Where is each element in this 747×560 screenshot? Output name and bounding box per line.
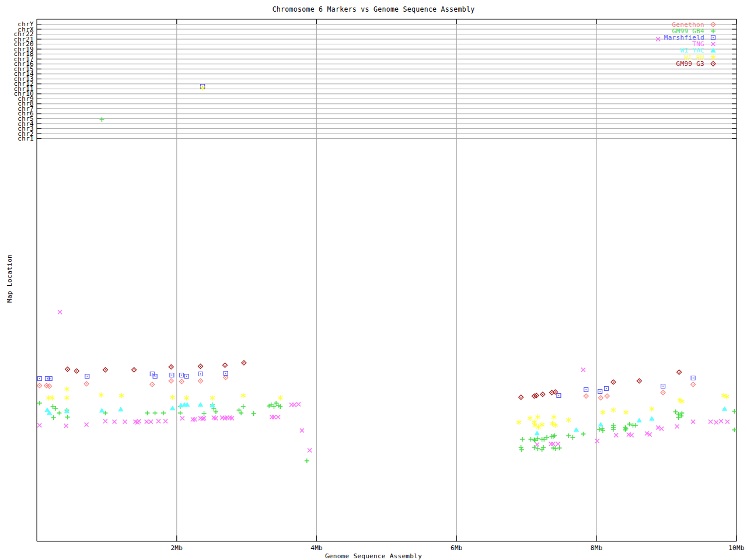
asterisk-marker [650, 407, 654, 412]
asterisk-marker [611, 408, 616, 413]
plus-marker [624, 426, 629, 431]
x-marker [535, 443, 539, 447]
marker-center-dot [613, 382, 614, 383]
plus-marker [178, 411, 183, 415]
asterisk-marker [210, 396, 215, 401]
marker-center-dot [181, 381, 182, 382]
marker-center-dot [225, 365, 226, 366]
marker-center-dot [225, 373, 226, 374]
plus-marker [633, 423, 638, 428]
marker-center-dot [67, 369, 68, 370]
marker-center-dot [585, 389, 587, 390]
marker-center-dot [693, 377, 694, 379]
triangle-marker [198, 402, 203, 407]
marker-center-dot [86, 383, 87, 384]
marker-center-dot [152, 384, 153, 385]
asterisk-marker [566, 418, 571, 423]
triangle-marker [100, 408, 104, 412]
x-tick-label-4Mb: 4Mb [299, 545, 334, 551]
asterisk-marker [119, 393, 124, 398]
marker-center-dot [39, 378, 40, 379]
plus-marker [557, 446, 562, 450]
marker-center-dot [200, 380, 201, 382]
marker-center-dot [536, 395, 537, 396]
plus-marker [570, 435, 575, 440]
marker-center-dot [606, 396, 608, 397]
x-marker [191, 418, 195, 422]
x-marker [37, 424, 41, 428]
plus-marker [679, 411, 684, 415]
triangle-marker [637, 418, 641, 422]
x-axis-label: Genome Sequence Assembly [0, 553, 747, 559]
triangle-marker [65, 409, 69, 413]
x-marker [276, 415, 280, 419]
marker-center-dot [713, 24, 714, 25]
marker-center-dot [170, 380, 172, 382]
plot-border [37, 19, 736, 541]
x-marker [103, 419, 107, 424]
marker-center-dot [585, 396, 587, 397]
asterisk-marker [170, 395, 175, 400]
x-marker [137, 419, 141, 424]
triangle-marker [118, 407, 123, 411]
marker-center-dot [47, 378, 48, 379]
triangle-marker [722, 407, 727, 411]
x-marker [300, 429, 304, 433]
x-tick-label-6Mb: 6Mb [439, 545, 474, 551]
x-marker [85, 423, 89, 427]
triangle-marker [574, 428, 578, 432]
x-marker [656, 426, 660, 430]
plus-marker [100, 117, 104, 122]
marker-center-dot [521, 397, 522, 398]
marker-center-dot [200, 373, 201, 374]
plus-marker [161, 411, 166, 415]
plus-marker [520, 437, 525, 442]
plus-marker [532, 438, 536, 442]
plus-marker [519, 445, 523, 450]
asterisk-marker [184, 396, 189, 401]
chart-canvas: Chromosome 6 Markers vs Genome Sequence … [0, 0, 747, 560]
plus-marker [145, 411, 149, 415]
x-marker [691, 420, 695, 424]
plus-marker [241, 404, 246, 409]
asterisk-marker [550, 421, 555, 426]
asterisk-marker [540, 422, 544, 428]
asterisk-marker [65, 396, 69, 401]
asterisk-marker [241, 393, 246, 398]
marker-center-dot [662, 386, 664, 387]
marker-center-dot [49, 386, 50, 387]
x-marker [714, 421, 718, 425]
x-marker [193, 418, 197, 422]
x-marker [145, 420, 149, 424]
x-marker [64, 424, 68, 428]
triangle-marker [598, 422, 603, 426]
legend-entry-wi-rh: WI RH [634, 54, 704, 61]
asterisk-marker [50, 396, 54, 401]
plus-marker [528, 437, 533, 442]
x-marker [719, 419, 723, 424]
x-marker [149, 420, 153, 424]
asterisk-marker [553, 423, 557, 428]
asterisk-marker [65, 387, 69, 392]
marker-center-dot [662, 392, 664, 393]
marker-center-dot [551, 392, 553, 393]
marker-center-dot [186, 376, 187, 377]
legend-entry-genethon: Genethon [634, 22, 704, 28]
asterisk-marker [516, 420, 521, 425]
x-marker [270, 415, 274, 419]
plus-marker [553, 446, 557, 451]
x-marker [272, 415, 276, 419]
asterisk-marker [601, 410, 605, 415]
x-marker [180, 416, 184, 421]
plus-marker [278, 404, 282, 409]
marker-center-dot [713, 37, 714, 38]
marker-center-dot [243, 362, 245, 363]
x-marker [614, 433, 618, 438]
marker-center-dot [600, 397, 601, 398]
x-marker [123, 420, 127, 424]
plus-marker [65, 415, 70, 419]
marker-center-dot [155, 376, 156, 377]
plus-marker [305, 459, 309, 463]
asterisk-marker [46, 396, 51, 401]
chart-title: Chromosome 6 Markers vs Genome Sequence … [0, 6, 747, 13]
